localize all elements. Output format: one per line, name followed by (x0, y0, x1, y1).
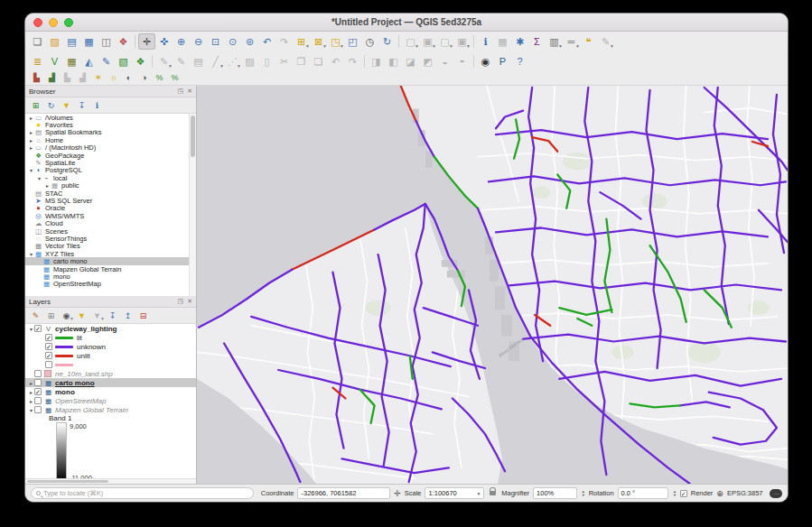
remove-layer-button[interactable]: ⊟ (136, 310, 150, 322)
visibility-checkbox[interactable] (45, 352, 52, 359)
new-print-layout-button[interactable]: ▦ (80, 33, 98, 50)
layer-item-carto-mono[interactable]: ▸▦carto mono (25, 378, 196, 387)
increase-contrast-button[interactable]: ◐ (121, 72, 136, 84)
zoom-in-button[interactable]: ⊕ (173, 33, 190, 50)
rotation-input[interactable]: 0.0 ° (618, 487, 668, 499)
temporal-controller-button[interactable]: ◷ (361, 33, 378, 50)
collapse-all-layers-button[interactable]: ↥ (121, 310, 135, 322)
zoom-window-button[interactable] (64, 18, 73, 27)
show-layout-manager-button[interactable]: ◫ (98, 33, 115, 50)
browser-item-xyz-tiles[interactable]: ▾▦XYZ Tiles (25, 250, 196, 257)
properties-widget-button[interactable]: ℹ (90, 99, 104, 112)
visibility-checkbox[interactable] (45, 343, 52, 350)
decrease-brightness-button[interactable]: ☼ (106, 72, 121, 84)
layer-item-mapzen-global-terrain[interactable]: ▾▦Mapzen Global Terrain (25, 405, 196, 414)
style-manager-button[interactable]: ❖ (115, 33, 132, 50)
expander-icon[interactable]: ▸ (28, 129, 34, 135)
refresh-map-button[interactable]: ↻ (378, 33, 396, 50)
expander-icon[interactable]: ▾ (28, 326, 34, 332)
add-vector-layer-button[interactable]: V (46, 53, 63, 69)
layer-item-openstreetmap[interactable]: ▸▦OpenStreetMap (25, 396, 196, 405)
expand-all-layers-button[interactable]: ↧ (106, 310, 119, 322)
collapse-all-button[interactable]: ↧ (75, 99, 89, 112)
browser-item-mapzen-global-terrain[interactable]: ▦Mapzen Global Terrain (25, 265, 196, 273)
python-console-button[interactable]: P (494, 53, 511, 69)
visibility-checkbox[interactable] (45, 334, 52, 341)
visibility-checkbox[interactable] (34, 379, 42, 386)
stretch-using-current-extent-button[interactable]: % (152, 72, 167, 84)
visibility-checkbox[interactable] (34, 397, 42, 404)
add-mesh-layer-button[interactable]: ◭ (80, 53, 98, 69)
statistical-summary-button[interactable]: Σ (528, 33, 546, 50)
add-selected-layers-button[interactable]: ⊞ (29, 99, 42, 112)
browser-close-icon[interactable]: ✕ (187, 88, 192, 95)
open-data-source-manager-button[interactable]: ≣ (29, 53, 46, 69)
legend-item-blank[interactable] (25, 360, 196, 369)
new-map-view-button[interactable]: ⊞▼ (293, 33, 310, 50)
expander-icon[interactable]: ▸ (28, 115, 34, 121)
pan-to-selection-button[interactable]: ✜ (155, 33, 173, 50)
expander-icon[interactable]: ▾ (28, 407, 34, 413)
add-group-button[interactable]: ⊞ (44, 310, 58, 322)
visibility-checkbox[interactable] (45, 361, 52, 368)
save-project-button[interactable]: ▤ (63, 33, 80, 50)
expander-icon[interactable]: ▸ (44, 182, 51, 189)
titlebar[interactable]: *Untitled Project — QGIS 5ed3275a (25, 14, 788, 32)
options-button[interactable]: ✱ (511, 33, 528, 50)
filter-legend-button[interactable]: ▼ (75, 310, 89, 322)
crs-indicator[interactable]: EPSG:3857 (727, 489, 763, 497)
legend-item-unlit[interactable]: unlit (25, 351, 196, 360)
layer-item-ne-10m-land-shp[interactable]: ne_10m_land.shp (25, 369, 196, 378)
zoom-to-selection-button[interactable]: ⊙ (224, 33, 241, 50)
open-layer-styling-button[interactable]: ✎ (29, 310, 42, 322)
expander-icon[interactable]: ▾ (28, 167, 34, 173)
browser-float-icon[interactable]: ◳ (178, 88, 184, 95)
zoom-out-button[interactable]: ⊖ (190, 33, 207, 50)
map-tips-button[interactable]: ❝ (580, 33, 597, 50)
new-3d-map-view-button[interactable]: ⊠▼ (310, 33, 327, 50)
magnifier-stepper[interactable]: ▲▼ (582, 490, 585, 497)
show-spatial-bookmarks-button[interactable]: ◰ (344, 33, 361, 50)
locator-search-input[interactable]: Type to locate (⌘K) (31, 487, 254, 499)
add-delimited-text-layer-button[interactable]: ✎ (98, 53, 115, 69)
magnifier-input[interactable]: 100% (533, 487, 577, 499)
map-canvas[interactable]: River Mersey (197, 86, 788, 484)
close-window-button[interactable] (33, 18, 42, 27)
scale-combobox[interactable]: 1:100670 ▼ (425, 487, 484, 499)
visibility-checkbox[interactable] (34, 370, 42, 377)
extents-toggle-icon[interactable]: ✛ (394, 489, 401, 498)
layers-hscrollbar[interactable] (25, 478, 196, 484)
browser-item-postgresql[interactable]: ▾◗PostgreSQL (25, 167, 196, 174)
layer-item-mono[interactable]: ▸▦mono (25, 387, 196, 396)
layers-float-icon[interactable]: ◳ (178, 298, 184, 305)
new-shapefile-layer-button[interactable]: ▧ (115, 53, 132, 69)
visibility-checkbox[interactable] (34, 325, 42, 332)
filter-browser-button[interactable]: ▼ (60, 99, 73, 112)
attribute-table-views-button[interactable]: ▥▼ (546, 33, 563, 50)
pan-map-button[interactable]: ✛ (138, 33, 155, 50)
add-raster-layer-button[interactable]: ▦ (63, 53, 80, 69)
local-cumulative-cut-stretch-button[interactable]: ▙ (29, 72, 44, 84)
new-spatial-bookmark-button[interactable]: ◳▼ (327, 33, 344, 50)
expander-icon[interactable]: ▸ (28, 380, 34, 386)
stretch-full-dataset-button[interactable]: % (167, 72, 182, 84)
coordinate-input[interactable]: -326966, 7061582 (297, 487, 390, 499)
manage-map-themes-button[interactable]: ◉▼ (60, 310, 73, 322)
expander-icon[interactable]: ▸ (28, 137, 34, 143)
metasearch-button[interactable]: ◉ (477, 53, 494, 69)
rotation-stepper[interactable]: ▲▼ (673, 490, 677, 497)
visibility-checkbox[interactable] (34, 388, 42, 395)
visibility-checkbox[interactable] (34, 406, 42, 413)
browser-scrollbar[interactable] (189, 114, 196, 296)
render-checkbox[interactable] (680, 490, 687, 497)
browser-item-mono[interactable]: ▦mono (25, 273, 196, 280)
expander-icon[interactable]: ▾ (36, 175, 42, 181)
new-project-button[interactable]: ❏ (29, 33, 46, 50)
minimize-window-button[interactable] (49, 18, 58, 27)
legend-item-lit[interactable]: lit (25, 333, 196, 342)
expander-icon[interactable]: ▸ (28, 398, 34, 404)
increase-brightness-button[interactable]: ☀ (90, 72, 106, 84)
measure-button[interactable]: ═▼ (563, 33, 580, 50)
help-button[interactable]: ? (511, 53, 528, 69)
messages-icon[interactable]: … (770, 489, 782, 498)
